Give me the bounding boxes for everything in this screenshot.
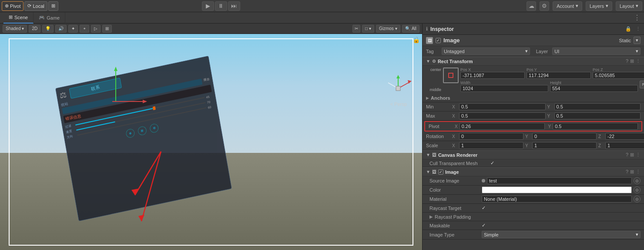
image-section-icon: 🖼 xyxy=(432,169,436,174)
grid-icon-button[interactable]: ⊞ xyxy=(102,25,112,33)
layers-dropdown[interactable]: Layers ▾ xyxy=(586,1,612,11)
material-input[interactable] xyxy=(482,196,632,203)
image-section-more-icon[interactable]: ⋮ xyxy=(636,169,641,175)
2d-button[interactable]: 2D xyxy=(29,25,40,33)
canvas-renderer-section-header[interactable]: ▼ 🖼 Canvas Renderer ? ⊞ ⋮ xyxy=(423,150,644,159)
inspector-panel: ℹ Inspector 🔒 ⋮ 🖼 ✓ Image Static ▾ Tag U… xyxy=(422,24,644,250)
scale-z-input[interactable] xyxy=(605,142,644,149)
resolution-button[interactable]: □ ▾ xyxy=(362,25,374,33)
rt-posy-input[interactable] xyxy=(527,72,591,79)
rt-posx-input[interactable] xyxy=(460,72,525,79)
maskable-checkbox[interactable]: ✓ xyxy=(482,223,486,228)
rt-middle-label: middle xyxy=(426,88,441,92)
rt-width-input[interactable] xyxy=(460,85,548,92)
animator-icon-button[interactable]: ▷ xyxy=(91,25,101,33)
layer-dropdown[interactable]: UI ▾ xyxy=(552,47,641,55)
scale-x-input[interactable] xyxy=(459,142,523,149)
rt-anchor-inner xyxy=(448,73,453,78)
cloud-icon-button[interactable]: ☁ xyxy=(527,1,536,11)
rotation-x-input[interactable] xyxy=(459,133,523,140)
grid-button[interactable]: ⊞ xyxy=(48,1,58,11)
anchors-min-x-input[interactable] xyxy=(459,103,546,110)
color-picker-field[interactable] xyxy=(482,186,632,193)
image-type-dropdown[interactable]: Simple ▾ xyxy=(482,231,641,238)
rect-transform-help-icon[interactable]: ? xyxy=(626,58,628,64)
canvas-renderer-help-icon[interactable]: ? xyxy=(626,152,628,158)
rotation-y-input[interactable] xyxy=(532,133,597,140)
image-enable-checkbox[interactable]: ✓ xyxy=(436,38,441,43)
rect-transform-overflow-icon[interactable]: ⋮ xyxy=(636,58,641,64)
cull-checkbox[interactable]: ✓ xyxy=(490,160,494,166)
tag-layer-row: Tag Untagged ▾ Layer UI ▾ xyxy=(423,46,644,57)
canvas-renderer-add-icon[interactable]: ⊞ xyxy=(630,152,634,158)
rect-transform-more-icon[interactable]: ⊞ xyxy=(630,58,634,64)
layout-dropdown[interactable]: Layout ▾ xyxy=(616,1,642,11)
rt-posz-input[interactable] xyxy=(593,72,644,79)
search-input-area[interactable]: 🔍 All xyxy=(402,25,419,33)
anchors-max-x-input[interactable] xyxy=(459,112,546,119)
anchors-max-y-group: Y xyxy=(547,112,641,119)
game-tab-label: Game xyxy=(47,15,60,20)
viewport[interactable]: Shaded ▾ 2D 💡 🔊 ✦ ⚬ ▷ ⊞ ✂ □ ▾ Gizmos ▾ xyxy=(0,24,422,250)
rect-transform-section-header[interactable]: ▼ ⚙ Rect Transform ? ⊞ ⋮ xyxy=(423,57,644,66)
raycast-target-label: Raycast Target xyxy=(429,206,482,211)
rotation-x-label: X xyxy=(452,134,458,139)
rt-anchor-icon[interactable] xyxy=(443,68,459,83)
settings-icon-button[interactable]: ⚙ xyxy=(540,1,549,11)
anchors-max-y-input[interactable] xyxy=(554,112,641,119)
source-image-input[interactable] xyxy=(487,177,632,184)
anchors-min-y-input[interactable] xyxy=(554,103,641,110)
anchors-label: Anchors xyxy=(431,95,450,101)
rt-resize-btn-group: R ⊞ xyxy=(640,81,644,88)
gizmos-dropdown[interactable]: Gizmos ▾ xyxy=(376,25,400,33)
material-picker-button[interactable]: ◎ xyxy=(634,196,641,203)
scene-tab[interactable]: ⊞ Scene xyxy=(3,12,34,24)
anchors-section[interactable]: ▶ Anchors xyxy=(423,94,644,102)
rotation-z-input[interactable] xyxy=(605,133,644,140)
anchors-min-x-group: X xyxy=(452,103,546,110)
rotation-z-label: Z xyxy=(598,134,604,139)
play-button[interactable]: ▶ xyxy=(202,1,214,11)
image-section-add-icon[interactable]: ⊞ xyxy=(630,169,634,175)
particle-icon-button[interactable]: ⚬ xyxy=(80,25,89,33)
static-text-label: Static xyxy=(619,38,631,43)
account-dropdown[interactable]: Account ▾ xyxy=(553,1,582,11)
top-toolbar: ⊕ Pivot ⟳ Local ⊞ ▶ ⏸ ⏭ ☁ ⚙ Account ▾ La… xyxy=(0,0,644,12)
effects-icon-button[interactable]: ✦ xyxy=(68,25,78,33)
image-section-enable-checkbox[interactable]: ✓ xyxy=(438,169,443,175)
step-button[interactable]: ⏭ xyxy=(228,1,240,11)
rt-resize-r-btn[interactable]: R xyxy=(640,81,644,88)
canvas-renderer-more-icon[interactable]: ⋮ xyxy=(636,152,641,158)
image-section-header[interactable]: ▼ 🖼 ✓ Image ? ⊞ ⋮ xyxy=(423,167,644,176)
raycast-padding-expand-icon[interactable]: ▶ xyxy=(429,214,433,219)
scissor-icon-button[interactable]: ✂ xyxy=(352,25,360,33)
more-options-button[interactable]: ⋮ xyxy=(634,14,641,22)
rt-pos-row: Pos X Pos Y Pos Z xyxy=(460,68,644,79)
light-icon-button[interactable]: 💡 xyxy=(42,25,54,33)
rt-height-label: Height xyxy=(550,81,638,85)
scale-y-input[interactable] xyxy=(532,142,597,149)
lock-icon-button[interactable]: 🔒 xyxy=(413,36,420,43)
raycast-target-checkbox[interactable]: ✓ xyxy=(482,205,486,211)
inspector-more-button[interactable]: ⋮ xyxy=(636,26,641,32)
shaded-dropdown[interactable]: Shaded ▾ xyxy=(3,25,27,33)
tag-dropdown[interactable]: Untagged ▾ xyxy=(442,47,530,55)
canvas-renderer-actions: ? ⊞ ⋮ xyxy=(626,152,641,158)
source-image-picker-button[interactable]: ◎ xyxy=(634,177,641,184)
game-tab[interactable]: 🎮 Game xyxy=(34,12,65,24)
sound-icon-button[interactable]: 🔊 xyxy=(55,25,67,33)
rotation-label: Rotation xyxy=(426,134,452,139)
image-section-help-icon[interactable]: ? xyxy=(626,169,628,175)
image-type-row: Image Type Simple ▾ xyxy=(423,230,644,240)
static-dropdown[interactable]: ▾ xyxy=(634,37,641,44)
scene-tab-label: Scene xyxy=(14,15,28,20)
pause-button[interactable]: ⏸ xyxy=(215,1,227,11)
inspector-lock-button[interactable]: 🔒 xyxy=(625,26,631,32)
color-picker-button[interactable]: ◎ xyxy=(634,186,641,193)
rt-height-input[interactable] xyxy=(550,85,638,92)
anchors-max-x-label: X xyxy=(452,114,458,118)
pivot-button[interactable]: ⊕ Pivot xyxy=(2,1,23,11)
pivot-x-input[interactable] xyxy=(460,123,545,130)
local-button[interactable]: ⟳ Local xyxy=(24,1,47,11)
pivot-y-input[interactable] xyxy=(553,123,638,130)
